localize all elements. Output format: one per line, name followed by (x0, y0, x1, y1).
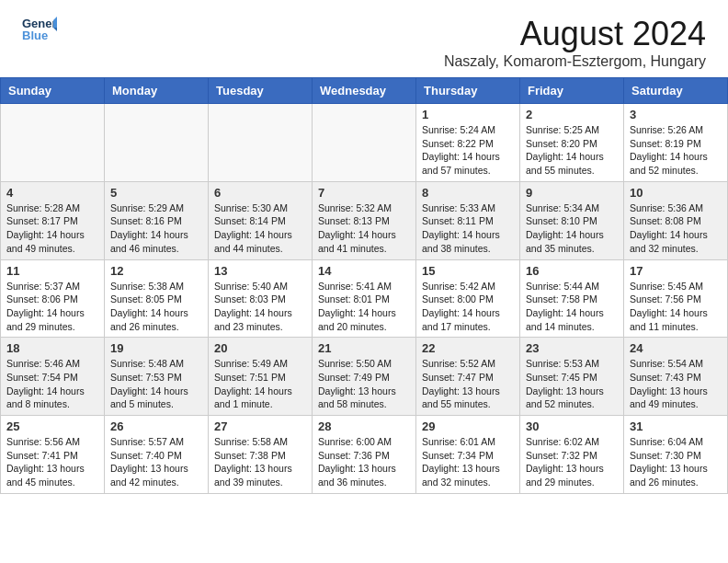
day-number: 12 (110, 264, 202, 278)
weekday-header-friday: Friday (520, 78, 624, 104)
logo-block: General Blue (22, 15, 57, 42)
calendar-body: 1Sunrise: 5:24 AMSunset: 8:22 PMDaylight… (1, 104, 728, 494)
day-info: Sunrise: 6:02 AMSunset: 7:32 PMDaylight:… (526, 435, 618, 489)
calendar-cell: 16Sunrise: 5:44 AMSunset: 7:58 PMDayligh… (520, 259, 624, 338)
day-info: Sunrise: 5:25 AMSunset: 8:20 PMDaylight:… (526, 123, 618, 178)
calendar-cell: 15Sunrise: 5:42 AMSunset: 8:00 PMDayligh… (416, 259, 520, 338)
day-number: 10 (630, 186, 722, 200)
day-number: 5 (110, 186, 202, 200)
day-number: 23 (526, 341, 618, 355)
day-number: 24 (630, 341, 722, 355)
svg-text:Blue: Blue (22, 29, 48, 42)
calendar-cell: 11Sunrise: 5:37 AMSunset: 8:06 PMDayligh… (1, 259, 105, 338)
page-header: General Blue August 2024 Naszaly, Komaro… (0, 0, 728, 77)
calendar-cell: 24Sunrise: 5:54 AMSunset: 7:43 PMDayligh… (624, 338, 728, 416)
calendar-cell (209, 104, 313, 182)
day-number: 4 (6, 186, 98, 200)
day-number: 21 (318, 341, 410, 355)
day-number: 13 (214, 264, 306, 278)
day-info: Sunrise: 5:45 AMSunset: 7:56 PMDaylight:… (630, 280, 722, 334)
day-info: Sunrise: 5:36 AMSunset: 8:08 PMDaylight:… (630, 201, 722, 256)
day-info: Sunrise: 5:33 AMSunset: 8:11 PMDaylight:… (422, 201, 514, 256)
calendar-cell: 27Sunrise: 5:58 AMSunset: 7:38 PMDayligh… (209, 416, 313, 494)
calendar-cell: 21Sunrise: 5:50 AMSunset: 7:49 PMDayligh… (313, 338, 416, 416)
weekday-header-monday: Monday (105, 78, 209, 104)
weekday-header-wednesday: Wednesday (313, 78, 416, 104)
day-info: Sunrise: 6:01 AMSunset: 7:34 PMDaylight:… (422, 435, 514, 489)
calendar-cell: 13Sunrise: 5:40 AMSunset: 8:03 PMDayligh… (209, 259, 313, 338)
day-info: Sunrise: 5:42 AMSunset: 8:00 PMDaylight:… (422, 280, 514, 334)
calendar-cell (1, 104, 105, 182)
day-number: 2 (526, 108, 618, 121)
calendar-cell: 5Sunrise: 5:29 AMSunset: 8:16 PMDaylight… (105, 181, 209, 259)
day-info: Sunrise: 5:54 AMSunset: 7:43 PMDaylight:… (630, 357, 722, 411)
calendar-cell: 19Sunrise: 5:48 AMSunset: 7:53 PMDayligh… (105, 338, 209, 416)
subtitle: Naszaly, Komarom-Esztergom, Hungary (444, 53, 706, 70)
day-info: Sunrise: 5:57 AMSunset: 7:40 PMDaylight:… (110, 435, 202, 489)
calendar-wrap: SundayMondayTuesdayWednesdayThursdayFrid… (0, 77, 728, 501)
day-number: 19 (110, 341, 202, 355)
day-info: Sunrise: 5:50 AMSunset: 7:49 PMDaylight:… (318, 357, 410, 411)
day-info: Sunrise: 5:56 AMSunset: 7:41 PMDaylight:… (6, 435, 98, 489)
calendar-cell: 1Sunrise: 5:24 AMSunset: 8:22 PMDaylight… (416, 104, 520, 182)
calendar-cell: 17Sunrise: 5:45 AMSunset: 7:56 PMDayligh… (624, 259, 728, 338)
day-number: 31 (630, 419, 722, 433)
calendar-cell: 29Sunrise: 6:01 AMSunset: 7:34 PMDayligh… (416, 416, 520, 494)
day-info: Sunrise: 5:46 AMSunset: 7:54 PMDaylight:… (6, 357, 98, 411)
weekday-header-thursday: Thursday (416, 78, 520, 104)
day-number: 29 (422, 419, 514, 433)
calendar-cell: 25Sunrise: 5:56 AMSunset: 7:41 PMDayligh… (1, 416, 105, 494)
calendar-cell: 12Sunrise: 5:38 AMSunset: 8:05 PMDayligh… (105, 259, 209, 338)
calendar-cell: 26Sunrise: 5:57 AMSunset: 7:40 PMDayligh… (105, 416, 209, 494)
calendar-cell: 14Sunrise: 5:41 AMSunset: 8:01 PMDayligh… (313, 259, 416, 338)
day-info: Sunrise: 5:52 AMSunset: 7:47 PMDaylight:… (422, 357, 514, 411)
calendar-cell: 30Sunrise: 6:02 AMSunset: 7:32 PMDayligh… (520, 416, 624, 494)
day-info: Sunrise: 5:32 AMSunset: 8:13 PMDaylight:… (318, 201, 410, 256)
day-info: Sunrise: 5:30 AMSunset: 8:14 PMDaylight:… (214, 201, 306, 256)
calendar-cell: 3Sunrise: 5:26 AMSunset: 8:19 PMDaylight… (624, 104, 728, 182)
logo-icon: General Blue (22, 15, 57, 42)
calendar-cell: 31Sunrise: 6:04 AMSunset: 7:30 PMDayligh… (624, 416, 728, 494)
day-info: Sunrise: 5:53 AMSunset: 7:45 PMDaylight:… (526, 357, 618, 411)
day-number: 27 (214, 419, 306, 433)
day-info: Sunrise: 6:00 AMSunset: 7:36 PMDaylight:… (318, 435, 410, 489)
calendar-cell: 28Sunrise: 6:00 AMSunset: 7:36 PMDayligh… (313, 416, 416, 494)
day-number: 8 (422, 186, 514, 200)
day-info: Sunrise: 5:38 AMSunset: 8:05 PMDaylight:… (110, 280, 202, 334)
calendar-cell: 23Sunrise: 5:53 AMSunset: 7:45 PMDayligh… (520, 338, 624, 416)
day-number: 6 (214, 186, 306, 200)
day-info: Sunrise: 5:58 AMSunset: 7:38 PMDaylight:… (214, 435, 306, 489)
day-info: Sunrise: 5:29 AMSunset: 8:16 PMDaylight:… (110, 201, 202, 256)
day-number: 9 (526, 186, 618, 200)
day-number: 11 (6, 264, 98, 278)
calendar-cell: 4Sunrise: 5:28 AMSunset: 8:17 PMDaylight… (1, 181, 105, 259)
day-number: 22 (422, 341, 514, 355)
day-number: 28 (318, 419, 410, 433)
day-info: Sunrise: 5:34 AMSunset: 8:10 PMDaylight:… (526, 201, 618, 256)
day-info: Sunrise: 6:04 AMSunset: 7:30 PMDaylight:… (630, 435, 722, 489)
day-number: 17 (630, 264, 722, 278)
day-info: Sunrise: 5:26 AMSunset: 8:19 PMDaylight:… (630, 123, 722, 178)
day-info: Sunrise: 5:24 AMSunset: 8:22 PMDaylight:… (422, 123, 514, 178)
day-info: Sunrise: 5:28 AMSunset: 8:17 PMDaylight:… (6, 201, 98, 256)
calendar-cell (313, 104, 416, 182)
day-number: 26 (110, 419, 202, 433)
logo: General Blue (22, 15, 57, 42)
calendar-cell: 7Sunrise: 5:32 AMSunset: 8:13 PMDaylight… (313, 181, 416, 259)
day-info: Sunrise: 5:37 AMSunset: 8:06 PMDaylight:… (6, 280, 98, 334)
calendar-header: SundayMondayTuesdayWednesdayThursdayFrid… (1, 78, 728, 104)
calendar-cell: 9Sunrise: 5:34 AMSunset: 8:10 PMDaylight… (520, 181, 624, 259)
day-info: Sunrise: 5:41 AMSunset: 8:01 PMDaylight:… (318, 280, 410, 334)
calendar-cell: 6Sunrise: 5:30 AMSunset: 8:14 PMDaylight… (209, 181, 313, 259)
calendar-cell: 22Sunrise: 5:52 AMSunset: 7:47 PMDayligh… (416, 338, 520, 416)
day-number: 20 (214, 341, 306, 355)
main-title: August 2024 (444, 15, 706, 53)
day-info: Sunrise: 5:44 AMSunset: 7:58 PMDaylight:… (526, 280, 618, 334)
day-info: Sunrise: 5:49 AMSunset: 7:51 PMDaylight:… (214, 357, 306, 411)
day-number: 3 (630, 108, 722, 121)
day-number: 1 (422, 108, 514, 121)
calendar-cell: 8Sunrise: 5:33 AMSunset: 8:11 PMDaylight… (416, 181, 520, 259)
weekday-header-sunday: Sunday (1, 78, 105, 104)
day-info: Sunrise: 5:40 AMSunset: 8:03 PMDaylight:… (214, 280, 306, 334)
day-number: 14 (318, 264, 410, 278)
